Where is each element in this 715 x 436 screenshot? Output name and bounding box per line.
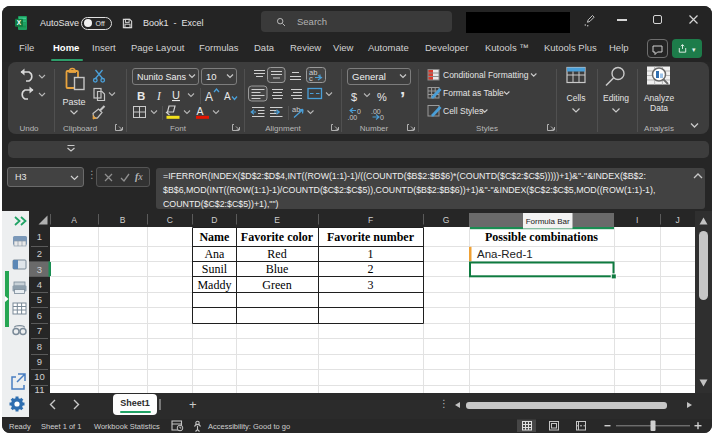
- svg-text:Cells: Cells: [567, 93, 586, 103]
- svg-text:7: 7: [37, 325, 42, 336]
- svg-text:2: 2: [368, 262, 374, 276]
- svg-text:Ready: Ready: [9, 422, 31, 431]
- svg-text:Sheet 1 of 1: Sheet 1 of 1: [41, 422, 81, 431]
- svg-text:9: 9: [37, 356, 42, 367]
- svg-text:Data: Data: [650, 103, 668, 113]
- svg-text:Ana: Ana: [204, 247, 225, 261]
- svg-text:Analyze: Analyze: [644, 93, 675, 103]
- svg-text:I: I: [156, 90, 162, 102]
- svg-text:Alignment: Alignment: [265, 124, 301, 133]
- svg-text:%: %: [377, 91, 387, 103]
- svg-text:10: 10: [206, 71, 217, 82]
- svg-text:8: 8: [37, 341, 42, 352]
- svg-text:A: A: [224, 91, 231, 102]
- svg-text:D: D: [211, 215, 217, 225]
- svg-text:Cell Styles: Cell Styles: [443, 106, 483, 116]
- svg-text:3: 3: [37, 264, 42, 275]
- svg-text:2: 2: [37, 248, 42, 259]
- svg-text:Paste: Paste: [62, 97, 85, 107]
- svg-text:3: 3: [368, 278, 374, 292]
- svg-text:Blue: Blue: [266, 262, 289, 276]
- svg-text:Clipboard: Clipboard: [63, 124, 97, 133]
- svg-text:Maddy: Maddy: [197, 278, 231, 292]
- svg-text:J: J: [676, 215, 680, 225]
- svg-text:Name: Name: [199, 230, 230, 244]
- svg-text:0: 0: [380, 114, 384, 121]
- svg-text:Favorite number: Favorite number: [327, 230, 415, 244]
- svg-text:Format as Table: Format as Table: [443, 88, 504, 98]
- svg-text:Workbook Statistics: Workbook Statistics: [94, 422, 160, 431]
- svg-text:E: E: [274, 215, 280, 225]
- svg-text:4: 4: [37, 279, 42, 290]
- svg-text:F: F: [368, 215, 373, 225]
- svg-text:A: A: [71, 215, 77, 225]
- svg-text:1: 1: [37, 231, 42, 242]
- svg-text:Accessibility: Good to go: Accessibility: Good to go: [208, 422, 290, 431]
- svg-text:Formula Bar: Formula Bar: [526, 217, 570, 226]
- svg-text:$: $: [351, 91, 357, 103]
- svg-text:I: I: [636, 215, 638, 225]
- svg-text:Green: Green: [262, 278, 291, 292]
- svg-text:6: 6: [37, 310, 42, 321]
- svg-text:0: 0: [357, 108, 361, 115]
- svg-text:Styles: Styles: [476, 124, 498, 133]
- svg-text:C: C: [167, 215, 173, 225]
- svg-text:G: G: [443, 215, 450, 225]
- svg-text:c: c: [309, 74, 313, 83]
- svg-text:Number: Number: [360, 124, 389, 133]
- svg-text:U: U: [172, 89, 180, 101]
- svg-text:A: A: [197, 105, 204, 117]
- svg-text:11: 11: [35, 384, 45, 394]
- svg-text:Undo: Undo: [19, 124, 39, 133]
- svg-text:Font: Font: [170, 124, 187, 133]
- svg-text:B: B: [120, 215, 126, 225]
- svg-text:Analysis: Analysis: [644, 124, 674, 133]
- svg-text:.00: .00: [348, 114, 358, 121]
- svg-text:Editing: Editing: [603, 93, 629, 103]
- svg-text:Favorite color: Favorite color: [241, 230, 314, 244]
- svg-text:A: A: [205, 90, 213, 104]
- svg-text:General: General: [352, 71, 386, 82]
- svg-text:5: 5: [37, 294, 42, 305]
- svg-text:Conditional Formatting: Conditional Formatting: [443, 70, 529, 80]
- svg-text:10: 10: [34, 371, 45, 382]
- svg-text:’: ’: [400, 88, 405, 109]
- svg-text:B: B: [137, 90, 145, 102]
- svg-text:1: 1: [368, 247, 374, 261]
- svg-text:Possible combinations: Possible combinations: [485, 230, 598, 244]
- svg-text:Red: Red: [267, 247, 286, 261]
- svg-text:Sunil: Sunil: [202, 262, 228, 276]
- svg-text:Ana-Red-1: Ana-Red-1: [477, 248, 533, 260]
- svg-text:Nunito Sans: Nunito Sans: [137, 72, 187, 82]
- svg-text:X: X: [17, 19, 22, 26]
